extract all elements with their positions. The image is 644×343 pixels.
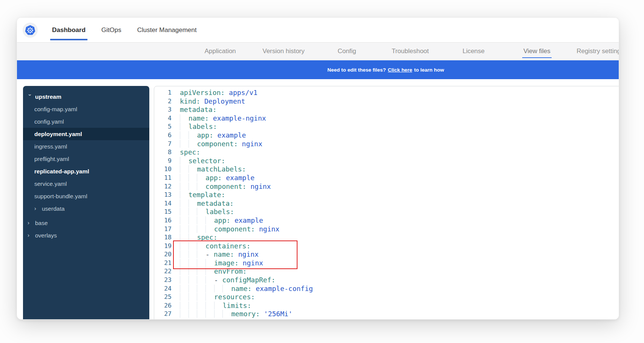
indent-guide: [189, 233, 197, 241]
indent-guide: [180, 182, 189, 190]
tree-item-label: replicated-app.yaml: [34, 168, 89, 175]
tree-item-userdata[interactable]: ›userdata: [23, 202, 149, 215]
code-line-content: matchLabels:: [172, 165, 246, 174]
yaml-key: envFrom:: [214, 267, 247, 275]
line-number: 14: [154, 199, 172, 208]
yaml-editor[interactable]: 1apiVersion: apps/v12kind: Deployment3me…: [154, 86, 619, 320]
indent-guide: [189, 199, 197, 207]
yaml-value: nginx: [239, 259, 263, 267]
indent-guide: [180, 131, 189, 139]
indent-guide: [205, 259, 214, 267]
yaml-dash: -: [205, 250, 214, 258]
edit-files-banner: Need to edit these files? Click here to …: [17, 60, 619, 79]
yaml-value: apps/v1: [225, 89, 258, 96]
code-line: 25 resources:: [154, 293, 619, 302]
code-line: 2kind: Deployment: [154, 97, 619, 106]
indent-guide: [205, 293, 214, 301]
indent-guide: [180, 250, 189, 258]
tab-view-files[interactable]: View files: [505, 43, 569, 60]
tree-item-label: deployment.yaml: [34, 131, 82, 138]
indent-guide: [205, 276, 214, 284]
tab-license[interactable]: License: [442, 43, 505, 60]
yaml-key: configMapRef:: [222, 276, 275, 284]
tree-item-ingress-yaml[interactable]: ingress.yaml: [23, 140, 149, 153]
code-line: 14 metadata:: [154, 199, 619, 208]
indent-guide: [205, 225, 214, 233]
code-line: 5 labels:: [154, 122, 619, 131]
indent-guide: [180, 199, 189, 207]
tree-item-label: overlays: [35, 232, 57, 239]
tree-item-config-map-yaml[interactable]: config-map.yaml: [23, 103, 149, 115]
yaml-value: nginx: [234, 250, 259, 258]
indent-guide: [180, 157, 189, 165]
code-line-content: labels:: [172, 208, 234, 216]
yaml-key: template:: [189, 191, 225, 199]
indent-guide: [180, 140, 189, 148]
tree-item-overlays[interactable]: ›overlays: [23, 229, 149, 242]
indent-guide: [189, 140, 197, 148]
yaml-key: app:: [205, 174, 222, 182]
line-number: 26: [154, 302, 172, 310]
tab-registry-settings[interactable]: Registry settings: [569, 43, 619, 60]
main-tab-gitops[interactable]: GitOps: [100, 18, 123, 42]
code-line: 3metadata:: [154, 106, 619, 114]
yaml-value: example-nginx: [209, 114, 266, 122]
code-line-content: containers:: [172, 242, 250, 251]
indent-guide: [197, 293, 205, 301]
yaml-key: spec:: [197, 233, 217, 241]
line-number: 7: [154, 140, 172, 149]
yaml-value: nginx: [255, 225, 279, 233]
indent-guide: [180, 208, 189, 216]
tab-config[interactable]: Config: [315, 43, 379, 60]
tree-item-base[interactable]: ›base: [23, 217, 149, 229]
tab-troubleshoot[interactable]: Troubleshoot: [379, 43, 442, 60]
yaml-key: image:: [214, 259, 239, 267]
yaml-value: nginx: [238, 140, 262, 148]
indent-guide: [222, 310, 231, 318]
tree-item-preflight-yaml[interactable]: preflight.yaml: [23, 153, 149, 165]
yaml-key: matchLabels:: [197, 165, 246, 173]
line-number: 5: [154, 122, 172, 131]
indent-guide: [189, 165, 197, 173]
tree-item-label: service.yaml: [34, 181, 67, 187]
tree-item-support-bundle-yaml[interactable]: support-bundle.yaml: [23, 190, 149, 202]
tab-version-history[interactable]: Version history: [252, 43, 315, 60]
code-line: 22 envFrom:: [154, 267, 619, 276]
indent-guide: [180, 310, 189, 318]
indent-guide: [197, 216, 205, 224]
tree-item-label: ingress.yaml: [34, 143, 67, 150]
code-line: 6 app: example: [154, 131, 619, 140]
yaml-key: labels:: [189, 122, 217, 130]
indent-guide: [197, 276, 205, 284]
main-tab-dashboard[interactable]: Dashboard: [51, 18, 87, 42]
indent-guide: [197, 225, 205, 233]
main-tab-cluster-management[interactable]: Cluster Management: [136, 18, 198, 42]
tree-item-upstream[interactable]: ›upstream: [23, 90, 149, 103]
line-number: 15: [154, 208, 172, 216]
code-line-content: - configMapRef:: [172, 276, 275, 285]
tree-item-service-yaml[interactable]: service.yaml: [23, 178, 149, 190]
tree-item-deployment-yaml[interactable]: deployment.yaml: [23, 128, 149, 140]
tree-item-config-yaml[interactable]: config.yaml: [23, 115, 149, 128]
indent-guide: [197, 174, 205, 182]
indent-guide: [197, 250, 205, 258]
tab-application[interactable]: Application: [189, 43, 252, 60]
code-line-content: spec:: [172, 148, 200, 157]
tree-item-label: config.yaml: [34, 118, 64, 125]
tree-item-replicated-app-yaml[interactable]: replicated-app.yaml: [23, 165, 149, 178]
code-line: 27 memory: '256Mi': [154, 310, 619, 318]
code-line: 4 name: example-nginx: [154, 114, 619, 123]
code-line: 8spec:: [154, 148, 619, 157]
indent-guide: [180, 276, 189, 284]
indent-guide: [205, 310, 214, 318]
line-number: 10: [154, 165, 172, 174]
line-number: 3: [154, 106, 172, 114]
banner-text-before: Need to edit these files?: [327, 67, 386, 73]
indent-guide: [180, 216, 189, 224]
code-line-content: component: nginx: [172, 182, 271, 191]
code-line-content: envFrom:: [172, 267, 247, 276]
code-line: 12 component: nginx: [154, 182, 619, 191]
code-line-content: - name: nginx: [172, 250, 259, 259]
code-line-content: spec:: [172, 233, 218, 242]
banner-click-here-link[interactable]: Click here: [388, 67, 412, 73]
